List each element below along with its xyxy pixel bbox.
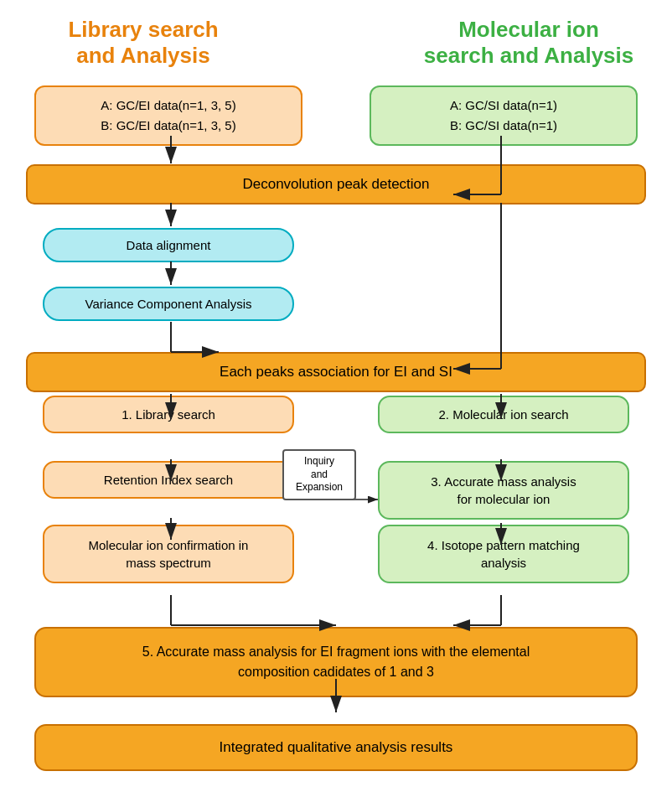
deconvolution-box: Deconvolution peak detection (26, 164, 646, 204)
integrated-box: Integrated qualitative analysis results (34, 724, 638, 771)
title-right: Molecular ionsearch and Analysis (403, 17, 654, 69)
data-alignment-box: Data alignment (43, 228, 294, 262)
input-left-box: A: GC/EI data(n=1, 3, 5) B: GC/EI data(n… (34, 85, 302, 146)
retention-index-box: Retention Index search (43, 461, 294, 499)
accurate-ei-box: 5. Accurate mass analysis for EI fragmen… (34, 627, 638, 697)
accurate-mass-box: 3. Accurate mass analysisfor molecular i… (378, 461, 629, 520)
library-search-box: 1. Library search (43, 396, 294, 433)
variance-box: Variance Component Analysis (43, 287, 294, 321)
mol-ion-confirm-box: Molecular ion confirmation inmass spectr… (43, 525, 294, 583)
title-left: Library searchand Analysis (18, 17, 269, 69)
each-peaks-box: Each peaks association for EI and SI (26, 352, 646, 392)
input-right-box: A: GC/SI data(n=1) B: GC/SI data(n=1) (370, 85, 638, 146)
mol-ion-search-box: 2. Molecular ion search (378, 396, 629, 433)
isotope-box: 4. Isotope pattern matchinganalysis (378, 525, 629, 583)
diagram-container: Library searchand Analysis Molecular ion… (9, 8, 663, 792)
inquiry-box: InquiryandExpansion (282, 449, 356, 500)
